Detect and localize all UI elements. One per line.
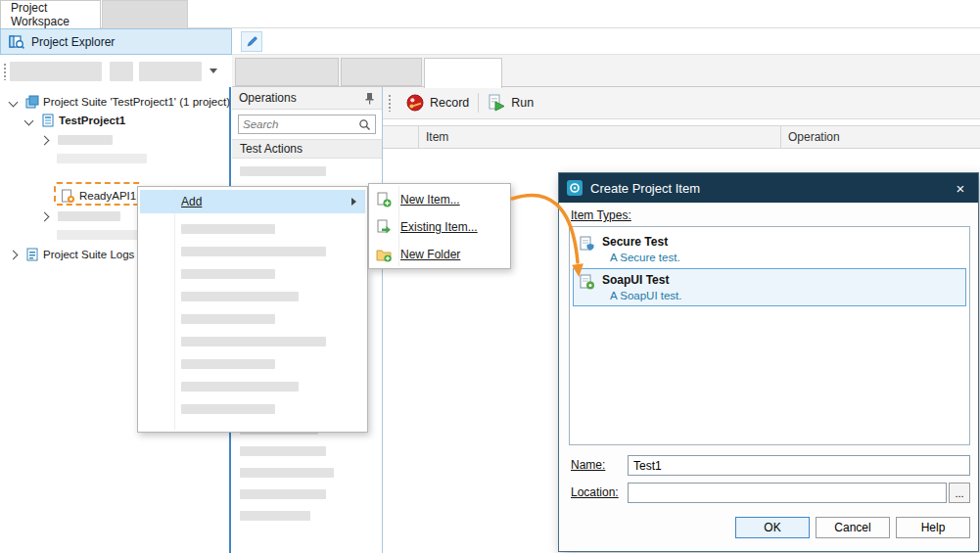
menu-item-new-folder[interactable]: New Folder [369, 241, 510, 268]
name-label: Name: [571, 458, 605, 472]
help-button[interactable]: Help [896, 517, 970, 538]
item-types-label: Item Types: [571, 208, 631, 222]
menu-gutter-line [398, 186, 399, 266]
cancel-button[interactable]: Cancel [816, 517, 890, 538]
placeholder-bar [110, 62, 133, 81]
menu-gutter-line [174, 189, 175, 430]
soapui-test-name: SoapUI Test [602, 273, 682, 287]
project-explorer-header: Project Explorer [0, 28, 232, 55]
existing-item-icon [376, 219, 392, 235]
list-item-secure-test[interactable]: Secure Test A Secure test. [573, 230, 966, 268]
placeholder-bar [240, 446, 326, 456]
document-tab-placeholder[interactable] [235, 58, 339, 86]
menu-item-add[interactable]: Add [140, 190, 365, 213]
secure-test-description: A Secure test. [610, 252, 680, 263]
close-icon[interactable]: × [943, 173, 978, 203]
pencil-icon [246, 35, 258, 48]
placeholder-bar [181, 292, 299, 301]
new-folder-label: New Folder [400, 248, 460, 261]
placeholder-bar [58, 211, 120, 221]
application-window: Project Workspace Project Explorer [0, 0, 980, 553]
tab-placeholder[interactable] [102, 0, 188, 28]
pin-icon[interactable] [364, 92, 375, 105]
menu-add-label: Add [181, 195, 202, 208]
column-header-item[interactable]: Item [418, 126, 780, 148]
test-actions-section-header[interactable]: Test Actions [232, 139, 382, 159]
document-tab-strip [232, 55, 980, 87]
placeholder-bar [181, 359, 275, 369]
new-item-label: New Item... [400, 193, 460, 207]
logs-icon [25, 248, 39, 261]
menu-redacted-items [181, 224, 326, 414]
explorer-toolbar [0, 55, 232, 87]
record-button[interactable]: Record [397, 89, 478, 116]
record-run-toolbar: Record Run [383, 87, 980, 119]
chevron-down-icon[interactable] [9, 97, 19, 107]
secure-test-icon [579, 236, 595, 253]
readyapi-item-icon [61, 189, 75, 204]
dialog-title-bar[interactable]: Create Project Item × [559, 173, 978, 203]
tree-logs-label: Project Suite Logs [43, 249, 134, 260]
chevron-right-icon[interactable] [9, 250, 19, 259]
placeholder-bar [57, 154, 147, 163]
list-item-soapui-test[interactable]: SoapUI Test A SoapUI test. [573, 268, 966, 306]
browse-button[interactable]: ... [949, 483, 970, 503]
placeholder-bar [181, 382, 299, 392]
name-field[interactable] [628, 455, 970, 476]
run-button[interactable]: Run [479, 89, 542, 116]
context-menu: Add [137, 186, 368, 433]
placeholder-bar [57, 230, 147, 240]
placeholder-bar [181, 337, 326, 346]
grid-header: Item Operation [383, 125, 980, 149]
column-header-operation[interactable]: Operation [780, 126, 938, 148]
placeholder-bar [58, 135, 113, 145]
placeholder-bar [181, 269, 275, 279]
toolbar-dropdown-caret[interactable] [210, 69, 217, 73]
placeholder-bar [181, 247, 326, 256]
location-label: Location: [571, 485, 619, 499]
placeholder-bar [181, 314, 275, 324]
soapui-test-texts: SoapUI Test A SoapUI test. [602, 273, 682, 301]
placeholder-bar [139, 62, 202, 81]
placeholder-bar [240, 166, 326, 176]
tree-item-testproject1[interactable]: TestProject1 [0, 111, 229, 130]
record-icon [406, 94, 424, 112]
chevron-right-icon[interactable] [40, 211, 50, 221]
document-tab-placeholder[interactable] [341, 58, 422, 86]
placeholder-bar [181, 224, 275, 234]
run-label: Run [511, 96, 534, 110]
chevron-down-icon[interactable] [24, 115, 34, 125]
document-tab-active[interactable] [424, 58, 502, 88]
search-input[interactable] [239, 118, 358, 130]
main-top-toolbar [232, 28, 980, 55]
tree-item-project-suite[interactable]: Project Suite 'TestProject1' (1 project) [0, 92, 229, 112]
placeholder-bar [240, 489, 326, 499]
chevron-right-icon[interactable] [40, 135, 50, 145]
tree-item-redacted[interactable] [0, 130, 229, 150]
soapui-test-icon [579, 274, 595, 291]
record-label: Record [430, 96, 469, 110]
menu-item-existing-item[interactable]: Existing Item... [369, 213, 510, 241]
secure-test-name: Secure Test [602, 235, 680, 249]
new-folder-icon [376, 247, 392, 262]
operations-title: Operations [239, 91, 297, 105]
context-submenu: New Item... Existing Item... New Folder [368, 183, 511, 269]
toolbar-grip[interactable] [388, 94, 392, 112]
run-icon [488, 94, 505, 112]
project-explorer-icon [9, 34, 24, 50]
placeholder-bar [181, 404, 275, 414]
test-actions-label: Test Actions [240, 142, 303, 156]
operations-search-box [238, 115, 376, 134]
window-tab-bar: Project Workspace [0, 0, 980, 28]
placeholder-bar [10, 62, 102, 81]
ok-button[interactable]: OK [735, 517, 810, 538]
menu-item-new-item[interactable]: New Item... [369, 186, 510, 213]
search-icon[interactable] [358, 118, 371, 131]
tab-project-workspace[interactable]: Project Workspace [0, 0, 101, 28]
tree-item-redacted[interactable] [0, 149, 229, 168]
submenu-arrow-icon [351, 198, 356, 206]
edit-button[interactable] [241, 31, 262, 52]
project-suite-icon [25, 95, 39, 109]
location-field[interactable] [628, 483, 947, 503]
toolbar-grip[interactable] [3, 63, 7, 80]
